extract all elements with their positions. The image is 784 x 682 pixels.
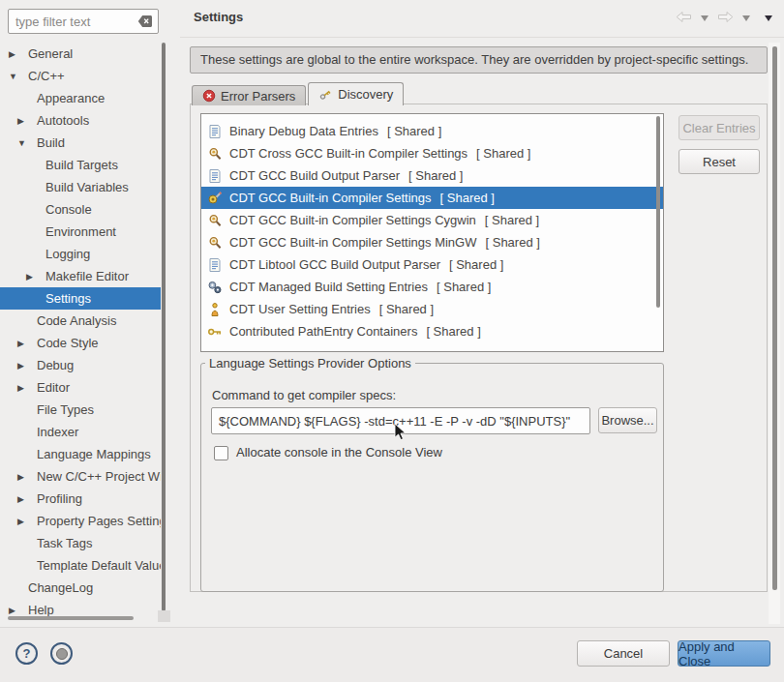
preferences-tree: ▶General▼C/C++Appearance▶Autotools▼Build… — [0, 43, 161, 621]
reset-button[interactable]: Reset — [678, 149, 760, 174]
chevron-collapsed-icon[interactable]: ▶ — [16, 494, 37, 504]
view-menu-icon[interactable] — [765, 15, 772, 21]
provider-item-cdt-gcc-built-in-compiler-settings[interactable]: CDT GCC Built-in Compiler Settings[ Shar… — [201, 187, 663, 209]
magnifier-icon — [207, 235, 223, 251]
tree-item-build[interactable]: ▼Build — [0, 132, 161, 154]
provider-name: CDT GCC Built-in Compiler Settings MinGW — [229, 235, 476, 250]
tab-discovery[interactable]: Discovery — [308, 82, 404, 105]
tree-item-appearance[interactable]: Appearance — [0, 87, 161, 109]
tree-item-debug[interactable]: ▶Debug — [0, 354, 161, 376]
forward-history-dropdown-icon[interactable] — [742, 15, 750, 21]
tree-item-profiling[interactable]: ▶Profiling — [0, 488, 161, 510]
filter-input[interactable] — [8, 9, 159, 34]
chevron-expanded-icon[interactable]: ▼ — [8, 72, 28, 81]
tree-item-label: Language Mappings — [37, 447, 151, 461]
tree-item-makefile-editor[interactable]: ▶Makefile Editor — [0, 265, 161, 287]
tree-item-console[interactable]: Console — [0, 198, 161, 221]
document-icon — [207, 257, 223, 273]
apply-and-close-button[interactable]: Apply and Close — [678, 640, 770, 667]
tree-item-language-mappings[interactable]: Language Mappings — [0, 443, 161, 465]
provider-item-cdt-user-setting-entries[interactable]: CDT User Setting Entries[ Shared ] — [201, 298, 663, 320]
tree-item-label: Build Variables — [45, 180, 129, 194]
tree-item-changelog[interactable]: ChangeLog — [0, 577, 161, 599]
chevron-collapsed-icon[interactable]: ▶ — [8, 606, 28, 615]
help-button[interactable]: ? — [15, 642, 38, 665]
browse-button[interactable]: Browse... — [598, 407, 657, 433]
tree-item-autotools[interactable]: ▶Autotools — [0, 109, 161, 132]
cancel-button[interactable]: Cancel — [577, 640, 670, 667]
chevron-collapsed-icon[interactable]: ▶ — [16, 472, 37, 482]
tree-item-label: Indexer — [37, 425, 78, 439]
provider-item-contributed-pathentry-containers[interactable]: Contributed PathEntry Containers[ Shared… — [201, 320, 663, 342]
tree-item-label: Environment — [45, 224, 116, 239]
chevron-collapsed-icon[interactable]: ▶ — [16, 116, 37, 126]
user-icon — [207, 302, 223, 317]
shared-tag: [ Shared ] — [440, 191, 495, 205]
tree-item-label: Debug — [37, 358, 74, 372]
shared-tag: [ Shared ] — [387, 124, 441, 138]
tree-item-label: Profiling — [37, 491, 82, 506]
tree-item-environment[interactable]: Environment — [0, 221, 161, 243]
back-history-dropdown-icon[interactable] — [701, 15, 709, 21]
tree-item-label: Editor — [37, 380, 70, 395]
tree-item-label: Appearance — [37, 91, 105, 105]
chevron-collapsed-icon[interactable]: ▶ — [16, 517, 37, 526]
history-nav — [676, 11, 772, 26]
tree-item-template-default-value[interactable]: Template Default Value — [0, 554, 161, 577]
provider-name: CDT GCC Build Output Parser — [229, 168, 400, 183]
tree-item-label: Template Default Value — [37, 558, 161, 573]
tab-error-parsers[interactable]: Error Parsers — [192, 85, 306, 105]
tree-item-property-pages-settings[interactable]: ▶Property Pages Settings — [0, 510, 161, 532]
language-settings-provider-options-group: Language Settings Provider Options Comma… — [200, 356, 664, 592]
chevron-expanded-icon[interactable]: ▼ — [16, 138, 37, 148]
tree-item-c-c[interactable]: ▼C/C++ — [0, 65, 161, 87]
chevron-collapsed-icon[interactable]: ▶ — [8, 49, 28, 59]
tree-item-task-tags[interactable]: Task Tags — [0, 532, 161, 554]
tree-item-general[interactable]: ▶General — [0, 43, 161, 65]
tree-item-build-targets[interactable]: Build Targets — [0, 154, 161, 176]
provider-item-cdt-libtool-gcc-build-output-parser[interactable]: CDT Libtool GCC Build Output Parser[ Sha… — [201, 253, 663, 276]
chevron-collapsed-icon[interactable]: ▶ — [16, 361, 37, 371]
page-title: Settings — [194, 10, 243, 24]
info-message: These settings are global to the entire … — [190, 46, 768, 74]
provider-item-cdt-gcc-built-in-compiler-settings-cygwin[interactable]: CDT GCC Built-in Compiler Settings Cygwi… — [201, 209, 663, 231]
tree-item-file-types[interactable]: File Types — [0, 399, 161, 421]
tree-item-settings[interactable]: Settings — [0, 287, 161, 310]
tree-horizontal-scrollbar[interactable] — [8, 616, 134, 620]
main-scrollbar-thumb[interactable] — [772, 46, 777, 590]
recorder-icon — [56, 648, 68, 660]
provider-item-cdt-gcc-built-in-compiler-settings-mingw[interactable]: CDT GCC Built-in Compiler Settings MinGW… — [201, 231, 663, 253]
tree-item-indexer[interactable]: Indexer — [0, 421, 161, 443]
provider-name: CDT Libtool GCC Build Output Parser — [229, 257, 440, 272]
provider-list-scrollbar[interactable] — [656, 116, 660, 308]
provider-item-binary-debug-data-entries[interactable]: Binary Debug Data Entries[ Shared ] — [201, 120, 663, 142]
clear-entries-button[interactable]: Clear Entries — [678, 115, 760, 140]
shared-tag: [ Shared ] — [437, 280, 491, 294]
chevron-collapsed-icon[interactable]: ▶ — [16, 339, 37, 348]
tab-label: Discovery — [338, 87, 393, 102]
tree-item-build-variables[interactable]: Build Variables — [0, 176, 161, 198]
recorder-button[interactable] — [50, 642, 73, 665]
forward-icon[interactable] — [717, 11, 734, 26]
tree-item-logging[interactable]: Logging — [0, 243, 161, 265]
tree-item-code-style[interactable]: ▶Code Style — [0, 332, 161, 354]
chevron-collapsed-icon[interactable]: ▶ — [25, 272, 45, 282]
provider-name: CDT Cross GCC Built-in Compiler Settings — [229, 146, 467, 161]
magnifier-icon — [207, 146, 223, 162]
allocate-console-checkbox[interactable] — [214, 446, 228, 460]
chevron-collapsed-icon[interactable]: ▶ — [16, 383, 37, 393]
tree-item-editor[interactable]: ▶Editor — [0, 376, 161, 399]
tree-item-label: Property Pages Settings — [37, 514, 161, 528]
preferences-dialog: ▶General▼C/C++Appearance▶Autotools▼Build… — [0, 0, 784, 682]
clear-filter-icon[interactable] — [137, 15, 153, 28]
provider-item-cdt-cross-gcc-built-in-compiler-settings[interactable]: CDT Cross GCC Built-in Compiler Settings… — [201, 142, 663, 164]
tree-item-code-analysis[interactable]: Code Analysis — [0, 310, 161, 332]
error-parsers-icon — [202, 89, 216, 103]
tree-vertical-scrollbar[interactable] — [162, 43, 166, 611]
key-icon — [207, 324, 223, 340]
tree-item-label: Logging — [45, 247, 90, 261]
provider-item-cdt-gcc-build-output-parser[interactable]: CDT GCC Build Output Parser[ Shared ] — [201, 164, 663, 187]
tree-item-new-c-c-project-wiza[interactable]: ▶New C/C++ Project Wiza — [0, 465, 161, 488]
back-icon[interactable] — [676, 11, 692, 26]
provider-item-cdt-managed-build-setting-entries[interactable]: CDT Managed Build Setting Entries[ Share… — [201, 276, 663, 298]
